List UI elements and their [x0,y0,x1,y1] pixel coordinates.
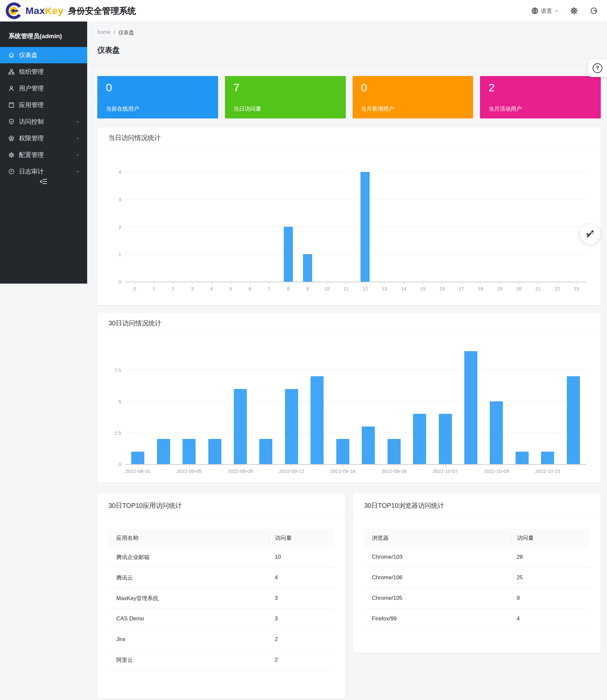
bar [360,172,370,282]
gridline [125,401,586,401]
brand-name: MaxKey [25,5,63,16]
table-cell-count: 10 [269,554,334,560]
chevron-down-icon [76,153,80,157]
table-cell-name: Chrome/106 [364,574,511,581]
table-row[interactable]: Firefox/994 [364,609,590,629]
language-selector[interactable]: 语言 [530,6,559,15]
table-row[interactable]: 腾讯云4 [108,568,334,588]
table-title: 30日TOP10浏览器访问统计 [364,501,444,510]
sidebar-item-label: 应用管理 [19,101,87,109]
app-title: 身份安全管理系统 [68,5,136,17]
help-button[interactable]: ? [588,59,607,77]
table-cell-name: Firefox/99 [364,615,511,622]
home-icon [8,51,15,59]
x-axis-tick [442,282,442,284]
stat-value: 7 [233,81,240,94]
x-axis-tick-label: 23 [559,286,594,291]
gridline [125,172,586,172]
bar [285,389,298,464]
bar [336,439,349,464]
table-header-cell: 访问量 [269,532,334,544]
y-axis-tick-label: 0 [106,279,121,285]
sidebar-user-label: 系统管理员(admin) [0,22,87,47]
logout-icon[interactable] [589,6,598,15]
user-icon [8,85,15,92]
bar [439,414,452,464]
x-axis-tick [403,282,404,284]
x-axis-tick [445,465,446,467]
question-mark-icon: ? [593,63,603,73]
table-cell-count: 4 [511,615,590,622]
gridline [125,199,586,199]
bar [464,351,477,464]
table-row[interactable]: MaxKey管理系统3 [108,588,334,609]
stat-value: 2 [488,81,495,94]
x-axis-tick [134,282,135,284]
bar [362,426,375,464]
y-axis-tick-label: 3 [106,197,121,202]
x-axis-tick [577,282,577,284]
x-axis-tick [384,282,385,284]
table-cell-count: 25 [511,574,590,581]
stat-label: 当月新增用户 [361,105,394,113]
x-axis-tick [250,282,250,284]
y-axis-tick-label: 0 [106,461,121,467]
menu-fold-icon[interactable] [36,176,50,187]
table-cell-name: MaxKey管理系统 [108,595,269,602]
x-axis-tick [343,465,343,467]
sidebar-item-应用管理[interactable]: 应用管理 [0,97,87,113]
table-card-browsers: 30日TOP10浏览器访问统计 浏览器访问量Chrome/10328Chrome… [353,494,601,653]
breadcrumb-home[interactable]: home [97,29,110,36]
sidebar-item-label: 用户管理 [19,84,87,93]
sidebar: 系统管理员(admin) 仪表盘组织管理用户管理应用管理访问控制权限管理配置管理… [0,22,87,284]
sidebar-item-配置管理[interactable]: 配置管理 [0,147,87,163]
table-row[interactable]: 腾讯企业邮箱10 [108,547,334,568]
table-cell-count: 4 [269,574,334,581]
page-title: 仪表盘 [97,45,120,55]
table-cell-name: Chrome/103 [364,554,511,560]
x-axis-tick [269,282,269,284]
app-header: MaxKey 身份安全管理系统 语言 [0,0,607,22]
stat-card-当前在线用户: 0当前在线用户 [97,76,218,118]
table-cell-count: 9 [511,595,590,601]
bar [157,439,170,464]
table-row[interactable]: Chrome/10328 [364,547,590,568]
apps-table: 应用名称访问量腾讯企业邮箱10腾讯云4MaxKey管理系统3CAS Demo3J… [108,529,334,670]
stat-card-当月活动用户: 2当月活动用户 [480,76,601,118]
sidebar-item-用户管理[interactable]: 用户管理 [0,80,87,96]
table-card-apps: 30日TOP10应用访问统计 应用名称访问量腾讯企业邮箱10腾讯云4MaxKey… [97,494,346,699]
x-axis-tick [189,465,189,467]
theme-wand-button[interactable] [580,224,600,244]
x-axis-tick [308,282,308,284]
y-axis-tick-label: 7.5 [106,368,121,373]
sidebar-item-访问控制[interactable]: 访问控制 [0,114,87,130]
x-axis-tick [154,282,154,284]
sidebar-item-组织管理[interactable]: 组织管理 [0,64,87,80]
stat-cards: 0当前在线用户7当日访问量0当月新增用户2当月活动用户 [97,76,601,118]
table-row[interactable]: Chrome/1059 [364,588,590,609]
chevron-down-icon [76,119,80,124]
table-header-cell: 应用名称 [108,534,269,542]
bar [311,376,323,464]
y-axis-tick-label: 1 [106,251,121,257]
stat-label: 当前在线用户 [106,105,139,113]
globe-icon [530,6,539,15]
x-axis-tick [346,282,347,284]
bar [284,227,293,282]
bar [131,452,144,464]
y-axis-tick-label: 2 [106,224,121,230]
table-row[interactable]: 阿里云2 [108,650,334,670]
table-row[interactable]: CAS Demo3 [108,609,334,629]
chart-title: 当日访问情况统计 [108,133,161,142]
sidebar-item-权限管理[interactable]: 权限管理 [0,130,87,147]
sidebar-item-仪表盘[interactable]: 仪表盘 [0,47,87,63]
x-axis-tick [327,282,327,284]
table-row[interactable]: Chrome/10625 [364,568,590,588]
table-row[interactable]: Jira2 [108,629,334,650]
bar [183,439,195,464]
table-cell-count: 2 [269,636,334,642]
table-header-cell: 访问量 [511,532,590,544]
card-head: 30日TOP10浏览器访问统计 [353,494,601,518]
x-axis-tick [423,282,423,284]
settings-gear-icon[interactable] [570,6,578,15]
